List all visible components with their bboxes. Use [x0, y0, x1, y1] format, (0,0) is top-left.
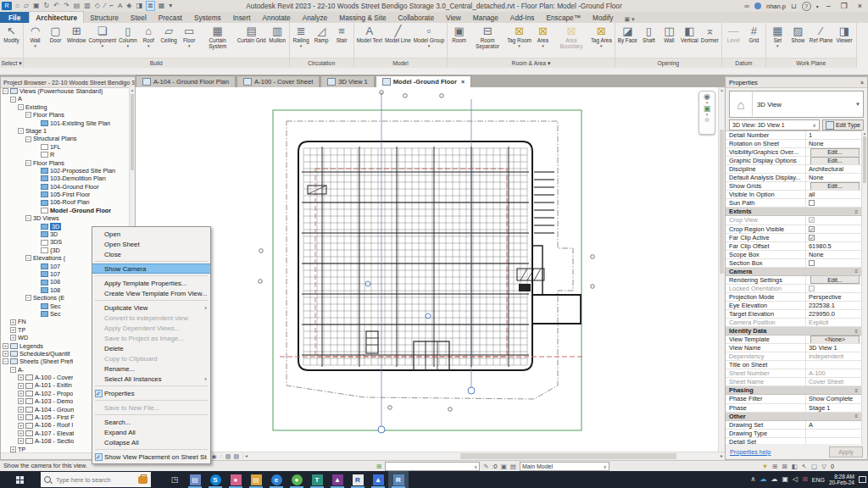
tree-expander-icon[interactable]: − [3, 358, 8, 364]
type-selector-dropdown-icon[interactable]: ▼ [855, 102, 863, 107]
tree-expander-icon[interactable]: + [10, 327, 16, 333]
property-value[interactable] [806, 430, 861, 437]
tree-item[interactable]: −Floor Plans [1, 159, 129, 167]
worksets-icon[interactable]: ⊞ [376, 463, 381, 470]
floor-button[interactable]: ▭Floor▾ [180, 24, 199, 47]
tree-expander-icon[interactable]: + [18, 398, 24, 404]
ribbon-tab-precast[interactable]: Precast [153, 12, 188, 23]
tree-expander-icon[interactable]: − [25, 160, 31, 166]
select-pinned-icon[interactable]: ◧ [792, 463, 798, 470]
tree-expander-icon[interactable]: + [18, 414, 24, 420]
scroll-left-icon[interactable]: ◂ [245, 452, 248, 460]
edit-button[interactable]: Edit... [810, 157, 860, 164]
instance-combo[interactable]: 3D View: 3D View 1 ∨ [729, 119, 820, 130]
property-value[interactable]: None [806, 174, 861, 181]
section-collapse-icon[interactable]: ≡ [854, 269, 861, 274]
panel-label[interactable]: Circulation [290, 58, 353, 68]
greenshot-icon[interactable]: ● [287, 471, 307, 488]
tree-item[interactable]: R [1, 151, 129, 158]
skype-icon[interactable]: S [205, 471, 225, 488]
property-value[interactable]: 229950.0 [806, 310, 861, 318]
property-value[interactable]: ✓ [806, 234, 861, 241]
workset-combo[interactable]: ∨ [385, 462, 480, 471]
property-value[interactable] [806, 199, 861, 207]
property-value[interactable]: Show Complete [806, 395, 861, 402]
property-value[interactable]: 232538.1 [806, 302, 861, 309]
qat-customize-icon[interactable]: ▾ [168, 2, 173, 10]
menu-item-select-all-instances[interactable]: Select All Instances› [92, 374, 210, 384]
scroll-right-icon[interactable]: ▸ [721, 452, 723, 460]
view-tab-a-104-ground-floor-plan[interactable]: A-104 - Ground Floor Plan [136, 75, 236, 87]
tree-expander-icon[interactable]: − [10, 367, 16, 373]
property-value[interactable]: 3D View 1 [806, 344, 861, 352]
navbar-bottom-icon[interactable]: ◎ [704, 116, 709, 122]
user-avatar[interactable] [754, 3, 761, 9]
tree-expander-icon[interactable]: + [10, 446, 16, 452]
properties-help-link[interactable]: Properties help [730, 448, 771, 456]
tree-item[interactable]: −Views (Powerhouse Standard) [1, 87, 129, 95]
panel-label[interactable]: Datum [722, 58, 765, 68]
property-checkbox[interactable]: ✓ [809, 235, 815, 241]
tree-expander-icon[interactable]: + [3, 351, 8, 357]
tree-item[interactable]: −A [1, 95, 129, 103]
language-indicator[interactable]: ENG [812, 477, 825, 483]
tree-expander-icon[interactable]: − [18, 128, 24, 134]
panel-label[interactable]: Model [354, 58, 448, 68]
tree-item[interactable]: Model -Ground Floor [1, 207, 129, 214]
tree-expander-icon[interactable]: − [25, 112, 31, 118]
text-icon[interactable]: A [117, 2, 123, 10]
tree-expander-icon[interactable]: − [25, 295, 31, 301]
tray-chevron-icon[interactable]: ∧ [751, 475, 756, 484]
mullion-button[interactable]: ▥Mullion [268, 24, 287, 44]
instance-combo-dropdown-icon[interactable]: ∨ [813, 122, 816, 128]
type-selector[interactable]: ⌂ 3D View ▼ [729, 91, 864, 118]
section-icon[interactable]: ◨ [135, 2, 143, 10]
drag-on-selection-icon[interactable]: ▢ [811, 463, 817, 470]
property-value[interactable]: 61980.5 [806, 242, 861, 250]
properties-section-other[interactable]: Other≡ [726, 413, 861, 421]
panel-label[interactable]: Room & Area ▾ [448, 58, 615, 68]
model-text-button[interactable]: AModel Text [356, 24, 383, 44]
set-button[interactable]: ▦Set▾ [768, 24, 787, 47]
temporary-view-properties-icon[interactable]: ▧ [225, 452, 231, 460]
menu-item-duplicate-view[interactable]: Duplicate View› [92, 302, 210, 313]
menu-item-collapse-all[interactable]: Collapse All [92, 437, 210, 447]
revit-logo[interactable]: R [2, 2, 12, 10]
tree-expander-icon[interactable]: + [10, 319, 16, 325]
edit-button[interactable]: Edit... [810, 182, 860, 190]
menu-item-rename-[interactable]: Rename... [92, 363, 210, 374]
window-button[interactable]: ⊞Window [66, 24, 86, 44]
column-button[interactable]: ▯Column▾ [118, 24, 138, 47]
volume-icon[interactable]: ◁ [793, 475, 798, 484]
wall-button[interactable]: ◠Wall▾ [25, 24, 45, 47]
open-icon[interactable]: ▱ [23, 2, 30, 10]
clock[interactable]: 8:28 AM 20-Feb-24 [829, 474, 854, 486]
aligned-dimension-icon[interactable]: ⌐ [108, 2, 114, 10]
mail-app-icon[interactable]: ▤ [185, 471, 205, 488]
app-store-cart-icon[interactable]: ⊔ [791, 2, 797, 10]
canvas-horizontal-scrollbar[interactable]: ◂ ▸ [242, 452, 725, 460]
ref-plane-button[interactable]: ∕Ref Plane [809, 24, 834, 44]
edit-button[interactable]: Edit... [810, 276, 860, 284]
sync-icon[interactable]: ↻ [43, 2, 51, 10]
tree-expander-icon[interactable]: + [18, 423, 24, 429]
menu-item-create-view-template-from-view-[interactable]: Create View Template From View... [92, 288, 210, 298]
save-icon[interactable]: ▣ [32, 2, 41, 10]
properties-section-camera[interactable]: Camera≡ [726, 268, 861, 276]
wall-button[interactable]: ◫Wall [659, 24, 679, 44]
tag-icon[interactable]: ◇ [94, 2, 101, 10]
revit-active-icon[interactable]: R [388, 471, 409, 488]
curtain-system-button[interactable]: ▦Curtain System [200, 24, 236, 50]
property-value[interactable] [806, 361, 861, 369]
menu-item-search-[interactable]: Search... [92, 417, 210, 427]
ribbon-tab-systems[interactable]: Systems [188, 12, 227, 23]
ribbon-tab-steel[interactable]: Steel [125, 12, 153, 23]
panel-label[interactable]: Select ▾ [0, 58, 23, 68]
ribbon-tab-structure[interactable]: Structure [84, 12, 125, 23]
property-checkbox[interactable] [809, 260, 815, 266]
ribbon-tab-enscape-[interactable]: Enscape™ [540, 12, 587, 23]
tree-expander-icon[interactable]: − [3, 88, 8, 94]
start-button[interactable] [0, 471, 39, 488]
tree-item[interactable]: 1FL [1, 143, 129, 151]
tag-area-button[interactable]: ⊠Tag Area▾ [590, 24, 613, 47]
